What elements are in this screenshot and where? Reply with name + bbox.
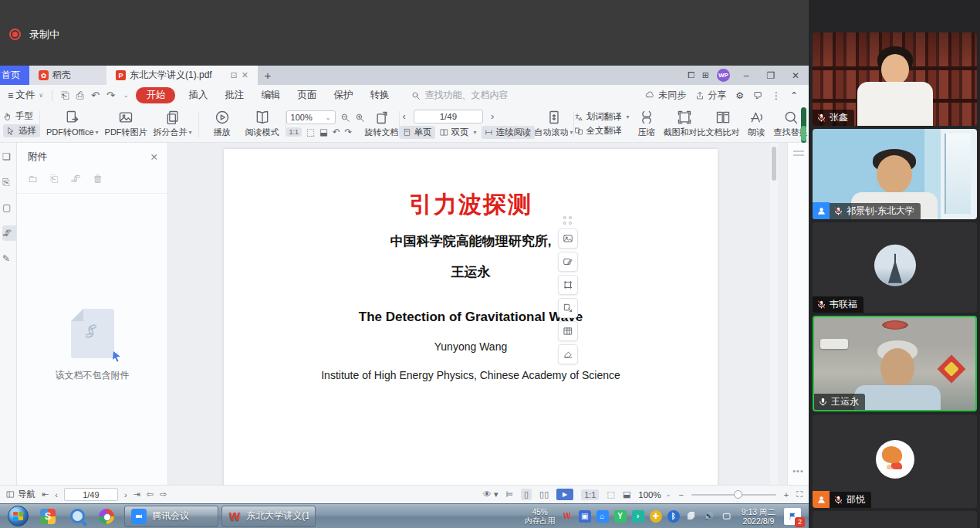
quicklaunch-search[interactable] [63,506,92,527]
tray-wps-icon[interactable]: W [561,510,573,523]
zoom-slider-knob[interactable] [734,490,742,499]
next-page-status-icon[interactable]: › [124,490,127,499]
crop-region-button[interactable] [558,275,578,295]
zoom-plus-icon[interactable]: + [784,490,789,499]
full-translate-button[interactable]: 全文翻译 [574,125,630,137]
participant-tile-shaoyue[interactable]: 邵悦 [813,415,977,508]
new-tab-button[interactable]: + [258,66,278,85]
play-status-button[interactable]: ▶ [556,489,573,500]
scrollbar-thumb[interactable] [772,147,776,181]
status-page-indicator[interactable]: 1/49 [64,488,118,501]
extract-table-button[interactable] [558,321,578,341]
fit-page-icon[interactable]: ⬚ [306,127,315,137]
zoom-select[interactable]: 100%⌄ [286,110,336,124]
double-page-status-icon[interactable]: ▯▯ [539,489,549,499]
tray-y-app-icon[interactable]: Y [614,510,627,523]
single-page-status-icon[interactable]: ▯ [521,489,532,500]
prev-page-status-icon[interactable]: ‹ [55,490,58,499]
tray-clipboard-icon[interactable]: 🗐 [685,510,698,523]
zoom-in-icon[interactable] [355,113,365,123]
last-page-icon[interactable]: ⇥ [133,489,140,499]
menu-convert-tab[interactable]: 转换 [361,89,397,102]
layout-toggle-icon[interactable]: ⧠ [688,70,694,80]
auto-scroll-button[interactable]: 自动滚动▾ [535,110,573,138]
menu-protect-tab[interactable]: 保护 [325,89,361,102]
continuous-read-button[interactable]: 连续阅读 [482,126,535,139]
taskbar-app-meeting[interactable]: 腾讯会议 [124,506,218,527]
actual-size-status-icon[interactable]: 1:1 [581,489,599,500]
select-tool[interactable]: 选择 [3,124,39,137]
hand-tool[interactable]: 手型 [3,110,39,122]
grid-apps-icon[interactable]: ⊞ [702,70,709,80]
tray-clock[interactable]: 9:13 周二 2022/8/9 [738,507,779,526]
nav-toggle[interactable]: 导航 [6,489,35,500]
double-page-button[interactable]: 双页▾ [440,127,477,138]
panel-grab-handle[interactable] [793,151,804,152]
page-indicator-input[interactable]: 1/49 [414,110,483,124]
redo-icon[interactable]: ↷ [106,90,115,101]
share-button[interactable]: 分享 [695,89,726,102]
tray-arrow-app-icon[interactable]: › [632,510,644,523]
eye-protect-icon[interactable]: 👁 ▾ [483,489,498,499]
rotate-left-icon[interactable]: ↶ [333,127,340,137]
participant-tile-wangyunyong[interactable]: 王运永 [813,316,977,411]
notification-flag[interactable]: 2 [784,508,801,525]
first-page-icon[interactable]: ⇤ [42,489,49,499]
image-translate-button[interactable] [558,298,578,318]
fit-page-status-icon[interactable]: ⬚ [607,489,614,499]
fit-width-status-icon[interactable]: ⬓ [623,489,630,499]
pdf-to-office-button[interactable]: PDF转Office▾ [46,110,99,138]
search-functions[interactable]: 查找功能、文档内容 [411,89,508,102]
fullscreen-icon[interactable]: ⛶ [796,489,803,499]
history-forward-icon[interactable]: ⇨ [160,489,167,499]
collapse-ribbon-icon[interactable]: ⌃ [790,90,798,101]
fit-width-icon[interactable]: ⬓ [319,127,328,137]
screenshot-compare-button[interactable]: 截图和对比 [664,110,706,138]
tab-pin-icon[interactable]: ⊡ [231,70,238,80]
settings-gear-icon[interactable]: ⚙ [735,90,744,101]
bookmark-panel-icon[interactable]: ⎘ [2,174,16,190]
eraser-button[interactable] [558,344,578,364]
save-icon[interactable]: ⎗ [61,90,69,102]
tab-home[interactable]: 首页 [0,66,29,85]
prev-page-icon[interactable]: ‹ [400,110,409,122]
file-menu[interactable]: ≡ 文件 ∨ [5,89,46,102]
actual-size-icon[interactable]: 1:1 [286,127,302,137]
add-attachment-icon[interactable]: 🖇 [70,173,80,185]
delete-attachment-icon[interactable]: 🗑 [93,173,103,185]
split-merge-button[interactable]: 拆分合并▾ [154,110,192,138]
tab-close-icon[interactable]: ✕ [242,70,248,80]
menu-annotate-tab[interactable]: 批注 [216,89,252,102]
tab-docer[interactable]: ✿ 稻壳 [29,66,106,85]
compress-button[interactable]: 压缩 [630,110,664,138]
more-kebab-icon[interactable]: ⋮ [772,90,781,101]
participant-tile-qijingzhao[interactable]: 祁景钊-东北大学 [813,129,977,219]
attachments-close-icon[interactable]: ✕ [150,151,158,163]
menu-page-tab[interactable]: 页面 [289,89,325,102]
zoom-level-select[interactable]: 100%⌄ [638,490,671,499]
start-button[interactable] [8,506,29,526]
comment-icon[interactable]: 🗩 [753,90,762,101]
close-button[interactable]: ✕ [787,70,804,81]
sync-status[interactable]: 未同步 [645,89,686,102]
thumbnail-panel-icon[interactable]: ▢ [2,200,16,215]
taskbar-app-wps[interactable]: W 东北大学讲义(1).... [221,506,316,527]
ribbon-scrollbar[interactable] [801,107,806,143]
insert-image-button[interactable] [558,228,578,249]
read-aloud-button[interactable]: 朗读 [740,110,774,138]
panel-more-icon[interactable]: ••• [788,466,809,476]
zoom-out-icon[interactable] [340,113,350,123]
minimize-button[interactable]: – [738,70,755,81]
history-back-icon[interactable]: ⇦ [147,489,154,499]
tray-network-icon[interactable]: 🖵 [721,510,733,523]
next-page-icon[interactable]: › [488,110,497,122]
undo-icon[interactable]: ↶ [91,90,100,101]
save-attachment-icon[interactable]: ⎗ [50,173,58,185]
attachment-panel-icon[interactable]: 🖇 [2,225,16,241]
participant-tile-partial[interactable] [813,511,977,528]
pdf-page[interactable]: 引力波探测 中国科学院高能物理研究所, 王运永 The Detection of… [224,149,718,528]
quicklaunch-browser[interactable] [92,506,121,527]
doc-compare-button[interactable]: 文档比对 [706,110,740,138]
print-icon[interactable]: ⎙ [76,90,84,102]
read-mode-button[interactable]: 阅读模式 [245,110,279,138]
